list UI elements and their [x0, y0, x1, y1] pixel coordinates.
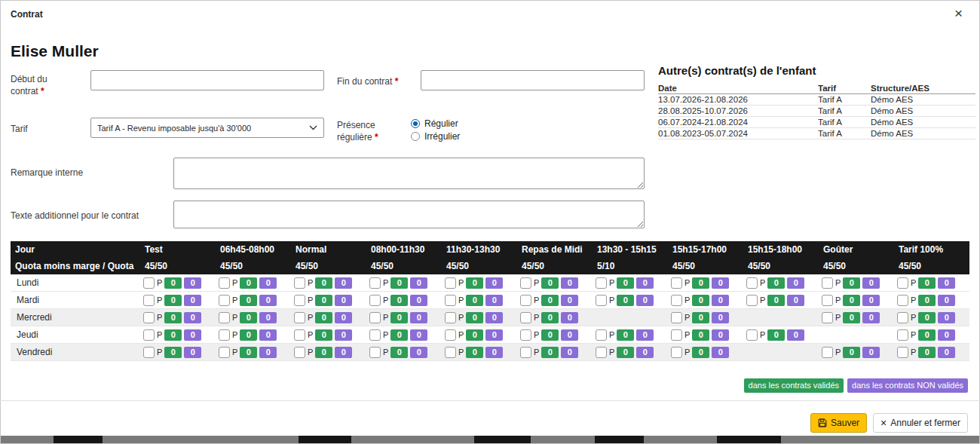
radio-irregulier-control[interactable]	[411, 132, 420, 141]
presence-checkbox[interactable]	[445, 312, 456, 323]
presence-checkbox[interactable]	[369, 329, 381, 341]
other-contract-row: 13.07.2026-21.08.2026Tarif ADémo AES	[658, 94, 975, 106]
schedule-cell: P00	[366, 309, 442, 326]
presence-checkbox[interactable]	[143, 277, 155, 289]
schedule-column-header: Repas de Midi	[517, 241, 593, 258]
presence-checkbox[interactable]	[671, 312, 682, 323]
presence-p-label: P	[835, 313, 841, 322]
presence-checkbox[interactable]	[671, 329, 682, 341]
presence-cell-group: P00	[520, 277, 590, 289]
presence-checkbox[interactable]	[369, 295, 381, 306]
presence-cell-group: P00	[369, 329, 439, 341]
presence-checkbox[interactable]	[445, 295, 456, 306]
close-icon[interactable]: ×	[954, 6, 963, 20]
schedule-cell: P00	[442, 309, 517, 326]
presence-p-label: P	[157, 330, 162, 339]
presence-checkbox[interactable]	[822, 312, 833, 323]
fin-contrat-input[interactable]	[421, 70, 645, 90]
presence-cell-group: P00	[143, 295, 213, 306]
presence-checkbox[interactable]	[294, 329, 305, 341]
presence-checkbox[interactable]	[671, 295, 682, 306]
debut-contrat-input[interactable]	[90, 70, 324, 90]
presence-checkbox[interactable]	[596, 277, 607, 289]
presence-checkbox[interactable]	[445, 347, 456, 358]
presence-checkbox[interactable]	[143, 312, 155, 323]
presence-checkbox[interactable]	[294, 347, 305, 358]
presence-cell-group: P00	[294, 329, 363, 341]
presence-cell-group: P00	[143, 347, 213, 358]
other-contracts-body: 13.07.2026-21.08.2026Tarif ADémo AES28.0…	[658, 94, 975, 139]
presence-checkbox[interactable]	[369, 277, 381, 289]
presence-cell-group: P00	[520, 347, 590, 358]
schedule-cell: P00	[819, 344, 894, 361]
other-contract-cell: Tarif A	[818, 95, 871, 104]
radio-regulier-control[interactable]	[411, 119, 420, 128]
schedule-cell: P00	[140, 344, 216, 361]
other-contract-cell: Démo AES	[871, 95, 975, 104]
texte-additionnel-textarea[interactable]	[173, 201, 645, 228]
radio-option-regulier[interactable]: Régulier	[411, 117, 460, 130]
presence-checkbox[interactable]	[219, 312, 230, 323]
radio-option-irregulier[interactable]: Irrégulier	[411, 130, 460, 142]
presence-checkbox[interactable]	[822, 347, 833, 358]
presence-checkbox[interactable]	[822, 277, 833, 289]
validated-count-badge: 0	[617, 329, 634, 341]
schedule-cell: P00	[216, 309, 291, 326]
presence-p-label: P	[458, 330, 464, 339]
presence-cell-group: P00	[822, 312, 891, 323]
presence-checkbox[interactable]	[822, 295, 833, 306]
presence-p-label: P	[232, 278, 237, 287]
presence-checkbox[interactable]	[445, 277, 456, 289]
presence-checkbox[interactable]	[671, 277, 682, 289]
presence-checkbox[interactable]	[143, 295, 155, 306]
remarque-interne-textarea[interactable]	[173, 158, 645, 189]
presence-checkbox[interactable]	[445, 329, 456, 341]
validated-count-badge: 0	[466, 312, 483, 323]
validated-count-badge: 0	[315, 329, 332, 341]
presence-checkbox[interactable]	[219, 329, 230, 341]
presence-checkbox[interactable]	[520, 347, 531, 358]
presence-checkbox[interactable]	[219, 295, 230, 306]
unvalidated-count-badge: 0	[862, 295, 880, 306]
presence-checkbox[interactable]	[294, 295, 305, 306]
presence-checkbox[interactable]	[596, 329, 607, 341]
presence-checkbox[interactable]	[369, 312, 381, 323]
presence-checkbox[interactable]	[746, 295, 758, 306]
presence-label: Présence régulière *	[337, 119, 391, 143]
presence-checkbox[interactable]	[746, 277, 758, 289]
presence-checkbox[interactable]	[520, 277, 531, 289]
presence-checkbox[interactable]	[897, 295, 908, 306]
legend-unvalidated-badge: dans les contrats NON validés	[847, 378, 968, 393]
presence-checkbox[interactable]	[596, 295, 607, 306]
presence-checkbox[interactable]	[897, 329, 908, 341]
presence-checkbox[interactable]	[897, 312, 908, 323]
presence-checkbox[interactable]	[671, 347, 682, 358]
presence-p-label: P	[684, 295, 690, 305]
presence-checkbox[interactable]	[520, 312, 531, 323]
tarif-select[interactable]: Tarif A - Revenu imposable jusqu'à 30'00…	[90, 118, 324, 138]
presence-checkbox[interactable]	[369, 347, 381, 358]
required-asterisk: *	[41, 86, 44, 96]
presence-p-label: P	[232, 295, 237, 305]
presence-checkbox[interactable]	[219, 277, 230, 289]
presence-p-label: P	[383, 330, 388, 339]
other-contract-cell: Démo AES	[871, 118, 975, 127]
presence-p-label: P	[157, 295, 162, 305]
presence-checkbox[interactable]	[143, 329, 155, 341]
presence-checkbox[interactable]	[897, 277, 908, 289]
presence-p-label: P	[534, 348, 539, 357]
validated-count-badge: 0	[767, 277, 785, 289]
presence-checkbox[interactable]	[596, 347, 607, 358]
save-button[interactable]: Sauver	[810, 413, 867, 433]
unvalidated-count-badge: 0	[259, 347, 277, 358]
presence-checkbox[interactable]	[294, 312, 305, 323]
presence-checkbox[interactable]	[520, 295, 531, 306]
presence-checkbox[interactable]	[143, 347, 155, 358]
presence-checkbox[interactable]	[746, 329, 758, 341]
cancel-button[interactable]: × Annuler et fermer	[873, 413, 968, 433]
presence-checkbox[interactable]	[219, 347, 230, 358]
presence-checkbox[interactable]	[897, 347, 908, 358]
save-button-label: Sauver	[831, 418, 859, 428]
presence-checkbox[interactable]	[520, 329, 531, 341]
presence-checkbox[interactable]	[294, 277, 305, 289]
